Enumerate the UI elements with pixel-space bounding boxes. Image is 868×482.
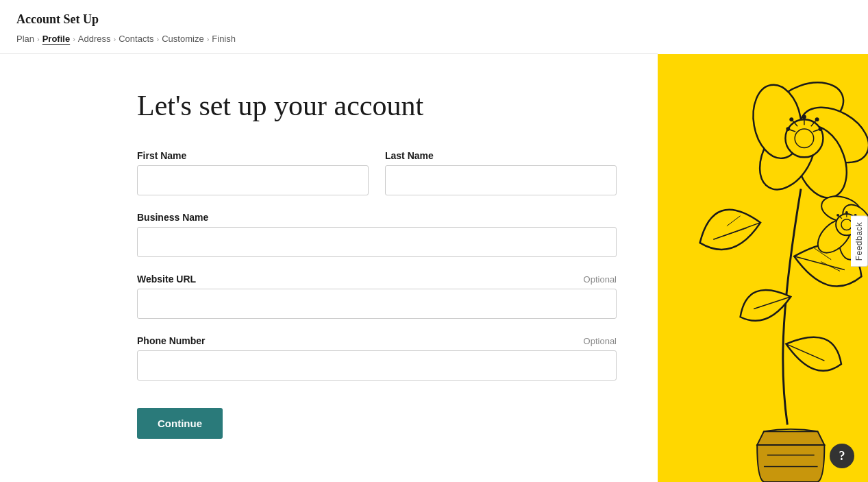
phone-optional-text: Optional: [584, 336, 617, 346]
breadcrumb-contacts[interactable]: Contacts: [119, 34, 153, 44]
breadcrumb-address[interactable]: Address: [78, 34, 111, 44]
breadcrumb-sep-3: ›: [114, 35, 116, 43]
illustration-panel: [658, 54, 868, 482]
last-name-group: Last Name: [385, 150, 617, 195]
last-name-header: Last Name: [385, 150, 617, 161]
continue-button[interactable]: Continue: [137, 408, 223, 439]
breadcrumb-sep-4: ›: [157, 35, 160, 43]
phone-row: Phone Number Optional: [137, 335, 617, 381]
business-name-input[interactable]: [137, 227, 617, 257]
phone-number-label: Phone Number: [137, 335, 206, 346]
page-title: Account Set Up: [16, 12, 641, 27]
breadcrumb-sep-2: ›: [73, 35, 75, 43]
form-area: Let's set up your account First Name Las…: [0, 54, 658, 482]
svg-point-33: [845, 211, 848, 214]
business-name-group: Business Name: [137, 212, 617, 257]
website-url-label: Website URL: [137, 274, 196, 285]
main-layout: Let's set up your account First Name Las…: [0, 54, 868, 482]
website-url-group: Website URL Optional: [137, 274, 617, 319]
website-url-header: Website URL Optional: [137, 274, 617, 285]
svg-point-17: [786, 127, 790, 131]
website-optional-text: Optional: [584, 274, 617, 285]
first-name-input[interactable]: [137, 165, 369, 195]
svg-point-9: [802, 115, 806, 119]
phone-number-input[interactable]: [137, 350, 617, 381]
business-name-header: Business Name: [137, 212, 617, 223]
svg-point-7: [795, 129, 814, 148]
last-name-input[interactable]: [385, 165, 617, 195]
svg-point-13: [789, 117, 793, 121]
last-name-label: Last Name: [385, 150, 434, 161]
website-url-input[interactable]: [137, 289, 617, 319]
form-heading: Let's set up your account: [137, 88, 617, 123]
svg-point-15: [819, 127, 823, 131]
breadcrumb-finish[interactable]: Finish: [212, 34, 236, 44]
breadcrumb-plan[interactable]: Plan: [16, 34, 34, 44]
breadcrumb: Plan › Profile › Address › Contacts › Cu…: [16, 34, 641, 53]
breadcrumb-profile[interactable]: Profile: [42, 34, 70, 44]
breadcrumb-sep-5: ›: [207, 35, 210, 43]
breadcrumb-customize[interactable]: Customize: [162, 34, 203, 44]
feedback-label[interactable]: Feedback: [851, 215, 868, 267]
svg-point-37: [836, 214, 839, 217]
svg-point-11: [815, 117, 819, 121]
first-name-header: First Name: [137, 150, 369, 161]
business-name-label: Business Name: [137, 212, 208, 223]
phone-number-header: Phone Number Optional: [137, 335, 617, 346]
breadcrumb-sep-1: ›: [37, 35, 40, 43]
first-name-label: First Name: [137, 150, 186, 161]
help-button[interactable]: ?: [830, 444, 854, 468]
flower-illustration: [658, 54, 868, 482]
website-row: Website URL Optional: [137, 274, 617, 319]
first-name-group: First Name: [137, 150, 369, 195]
phone-number-group: Phone Number Optional: [137, 335, 617, 381]
business-row: Business Name: [137, 212, 617, 257]
feedback-tab[interactable]: Feedback: [851, 215, 868, 267]
header: Account Set Up Plan › Profile › Address …: [0, 0, 658, 54]
name-row: First Name Last Name: [137, 150, 617, 195]
